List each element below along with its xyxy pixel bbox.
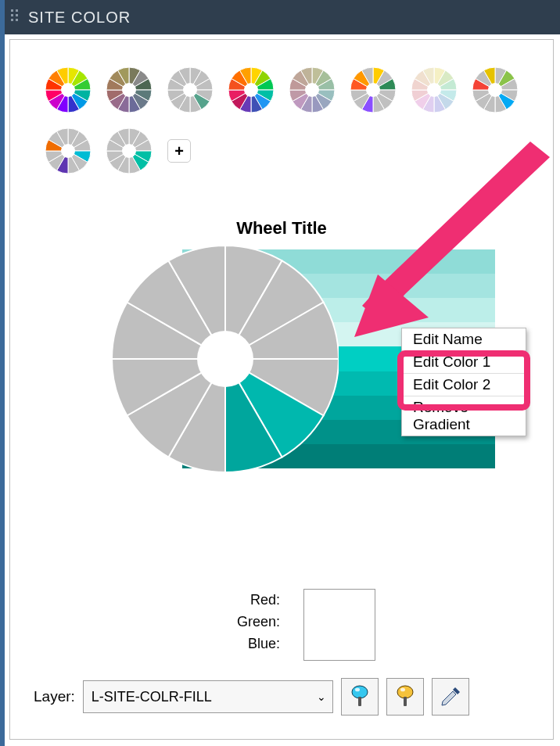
context-menu: Edit NameEdit Color 1Edit Color 2Remove … xyxy=(401,328,526,436)
svg-point-10 xyxy=(197,331,253,387)
thumbnail-warm-wheel[interactable] xyxy=(350,67,396,113)
wheel-title: Wheel Title xyxy=(10,218,553,239)
layer-select[interactable]: L-SITE-COLR-FILL ⌄ xyxy=(83,680,333,713)
svg-point-6 xyxy=(427,83,441,97)
thumbnail-split-wheel[interactable] xyxy=(472,67,518,113)
green-label: Green: xyxy=(237,611,280,633)
thumbnail-teal-slice-wheel[interactable] xyxy=(106,128,152,174)
red-label: Red: xyxy=(237,589,280,611)
svg-point-5 xyxy=(366,83,380,97)
pin-blue-icon xyxy=(350,685,370,708)
main-color-wheel[interactable] xyxy=(112,246,339,472)
thumbnail-diag-wheel[interactable] xyxy=(45,128,91,174)
svg-point-0 xyxy=(61,83,75,97)
thumbnail-rainbow-bright-wheel[interactable] xyxy=(228,67,274,113)
thumbnail-muted-pastel-wheel[interactable] xyxy=(289,67,335,113)
layer-select-value: L-SITE-COLR-FILL xyxy=(92,689,212,705)
svg-rect-15 xyxy=(358,697,361,706)
thumbnail-earth-wheel[interactable] xyxy=(106,67,152,113)
panel-drag-grip-icon[interactable] xyxy=(11,9,20,25)
thumbnail-pastel-wheel[interactable] xyxy=(411,67,457,113)
rgb-readout: Red: Green: Blue: xyxy=(237,589,375,661)
site-color-panel: SITE COLOR + Wheel Title Edit NameEdit C… xyxy=(0,0,560,746)
svg-point-8 xyxy=(61,144,75,158)
thumbnail-grey-green-wheel[interactable] xyxy=(167,67,213,113)
svg-point-4 xyxy=(305,83,319,97)
pin-yellow-button[interactable] xyxy=(386,678,424,716)
svg-point-3 xyxy=(244,83,258,97)
svg-point-9 xyxy=(122,144,136,158)
add-wheel-button[interactable]: + xyxy=(167,139,191,163)
panel-header[interactable]: SITE COLOR xyxy=(5,0,560,34)
context-menu-item[interactable]: Edit Color 2 xyxy=(402,374,526,396)
svg-point-14 xyxy=(355,688,360,692)
blue-label: Blue: xyxy=(237,633,280,655)
context-menu-item[interactable]: Edit Color 1 xyxy=(402,351,526,373)
svg-point-13 xyxy=(352,686,368,698)
context-menu-item[interactable]: Edit Name xyxy=(402,328,526,350)
svg-rect-18 xyxy=(404,697,407,706)
context-menu-item[interactable]: Remove Gradient xyxy=(402,396,526,436)
svg-point-1 xyxy=(122,83,136,97)
layer-row: Layer: L-SITE-COLR-FILL ⌄ xyxy=(34,678,469,716)
chevron-down-icon: ⌄ xyxy=(317,690,326,703)
thumbnail-full-color-wheel[interactable] xyxy=(45,67,91,113)
color-wheel-thumbnails: + xyxy=(45,67,537,174)
svg-point-7 xyxy=(488,83,502,97)
eyedropper-icon xyxy=(439,685,462,708)
svg-point-16 xyxy=(397,686,413,698)
svg-point-2 xyxy=(183,83,197,97)
layer-label: Layer: xyxy=(34,688,75,705)
panel-body: + Wheel Title Edit NameEdit Color 1Edit … xyxy=(9,39,554,740)
svg-point-17 xyxy=(400,688,405,692)
pin-blue-button[interactable] xyxy=(341,678,379,716)
pin-yellow-icon xyxy=(395,685,415,708)
current-color-swatch xyxy=(303,589,375,661)
panel-title: SITE COLOR xyxy=(28,9,131,27)
eyedropper-button[interactable] xyxy=(432,678,469,716)
